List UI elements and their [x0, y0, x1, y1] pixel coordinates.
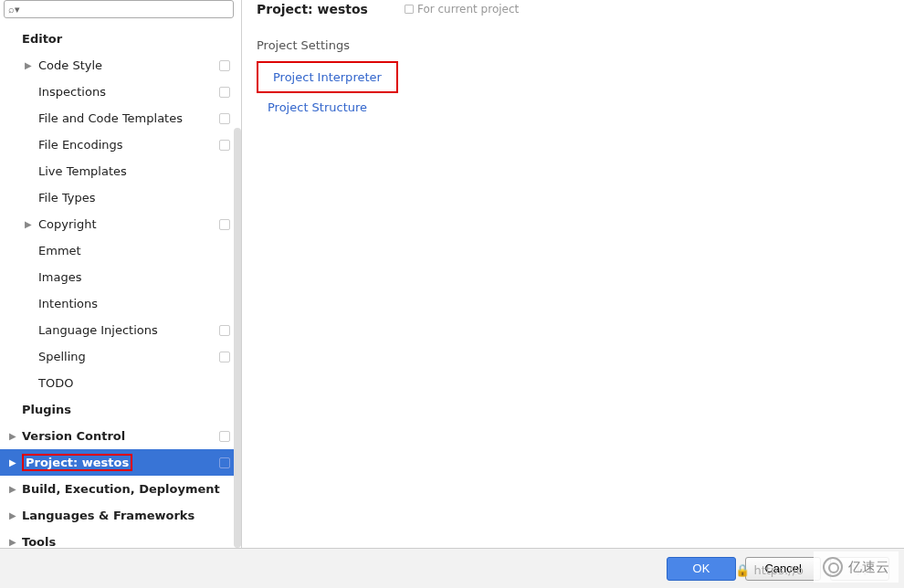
settings-sidebar: ⌕▾ Editor ▶ Code Style Inspections File … — [0, 0, 242, 548]
tree-label: File Types — [38, 191, 96, 205]
schema-badge-icon — [219, 325, 230, 336]
tree-label: Live Templates — [38, 164, 127, 178]
tree-label: Editor — [22, 32, 62, 46]
watermark-text: 亿速云 — [848, 559, 889, 576]
tree-label: Emmet — [38, 244, 81, 257]
chevron-right-icon: ▶ — [9, 457, 16, 467]
chevron-right-icon: ▶ — [9, 537, 16, 547]
tree-label: Build, Execution, Deployment — [22, 482, 220, 496]
schema-badge-icon — [219, 431, 230, 442]
schema-badge-icon — [219, 457, 230, 468]
tree-label: Tools — [22, 535, 56, 548]
tree-item-emmet[interactable]: Emmet — [0, 237, 241, 264]
tree-label: File Encodings — [38, 138, 123, 152]
search-icon: ⌕▾ — [8, 4, 20, 16]
watermark: 亿速云 — [814, 551, 899, 583]
search-input[interactable] — [22, 3, 229, 16]
tree-item-code-style[interactable]: ▶ Code Style — [0, 52, 241, 79]
settings-main-panel: Project: westos For current project Proj… — [242, 0, 904, 548]
for-project-text: For current project — [417, 3, 519, 16]
tree-label: Spelling — [38, 350, 86, 363]
tree-item-file-types[interactable]: File Types — [0, 184, 241, 211]
schema-badge-icon — [219, 87, 230, 98]
tree-item-build-exec-deploy[interactable]: ▶ Build, Execution, Deployment — [0, 476, 241, 502]
tree-item-todo[interactable]: TODO — [0, 370, 241, 396]
tree-label: Project: westos — [22, 454, 132, 471]
for-current-project-label: For current project — [405, 3, 519, 16]
tree-item-spelling[interactable]: Spelling — [0, 343, 241, 370]
chevron-right-icon: ▶ — [25, 60, 32, 70]
tree-label: Language Injections — [38, 323, 158, 337]
link-project-interpreter[interactable]: Project Interpreter — [257, 61, 398, 93]
tree-item-version-control[interactable]: ▶ Version Control — [0, 423, 241, 449]
settings-tree[interactable]: Editor ▶ Code Style Inspections File and… — [0, 24, 241, 548]
tree-label: Images — [38, 270, 82, 284]
chevron-right-icon: ▶ — [9, 484, 16, 494]
tree-group-editor[interactable]: Editor — [0, 26, 241, 52]
tree-label: File and Code Templates — [38, 111, 183, 125]
chevron-right-icon: ▶ — [9, 431, 16, 441]
tree-label: Languages & Frameworks — [22, 509, 194, 522]
tree-item-copyright[interactable]: ▶ Copyright — [0, 211, 241, 237]
schema-badge-icon — [219, 60, 230, 71]
schema-badge-icon — [219, 352, 230, 362]
tree-label: Code Style — [38, 58, 102, 72]
chevron-right-icon: ▶ — [25, 219, 32, 229]
tree-label: Copyright — [38, 217, 97, 231]
schema-badge-icon — [405, 5, 414, 14]
tree-label: Plugins — [22, 403, 71, 416]
tree-item-live-templates[interactable]: Live Templates — [0, 158, 241, 184]
tree-label: Version Control — [22, 429, 125, 443]
tree-item-languages-frameworks[interactable]: ▶ Languages & Frameworks — [0, 502, 241, 529]
section-label: Project Settings — [257, 38, 889, 52]
tree-item-project[interactable]: ▶ Project: westos — [0, 449, 241, 476]
chevron-right-icon: ▶ — [9, 510, 16, 520]
tree-label: Inspections — [38, 85, 106, 99]
watermark-logo-icon — [823, 557, 843, 577]
tree-item-images[interactable]: Images — [0, 264, 241, 290]
url-overlay: 🔒 https://o — [735, 563, 804, 577]
tree-item-file-encodings[interactable]: File Encodings — [0, 131, 241, 158]
tree-label: Intentions — [38, 297, 98, 310]
ok-button[interactable]: OK — [667, 557, 737, 581]
tree-item-tools[interactable]: ▶ Tools — [0, 529, 241, 548]
tree-item-intentions[interactable]: Intentions — [0, 290, 241, 317]
search-box[interactable]: ⌕▾ — [4, 0, 234, 18]
tree-item-language-injections[interactable]: Language Injections — [0, 317, 241, 343]
schema-badge-icon — [219, 113, 230, 124]
tree-label: TODO — [38, 376, 73, 390]
link-project-structure[interactable]: Project Structure — [257, 95, 378, 120]
url-text: https://o — [753, 563, 804, 577]
schema-badge-icon — [219, 140, 230, 151]
panel-title-row: Project: westos For current project — [257, 0, 889, 18]
search-row: ⌕▾ — [0, 0, 241, 24]
tree-item-plugins[interactable]: Plugins — [0, 396, 241, 423]
schema-badge-icon — [219, 219, 230, 230]
tree-item-file-code-templates[interactable]: File and Code Templates — [0, 105, 241, 131]
scrollbar-vertical[interactable] — [234, 128, 241, 548]
lock-icon: 🔒 — [735, 563, 750, 577]
tree-item-inspections[interactable]: Inspections — [0, 79, 241, 105]
panel-title: Project: westos — [257, 2, 368, 16]
